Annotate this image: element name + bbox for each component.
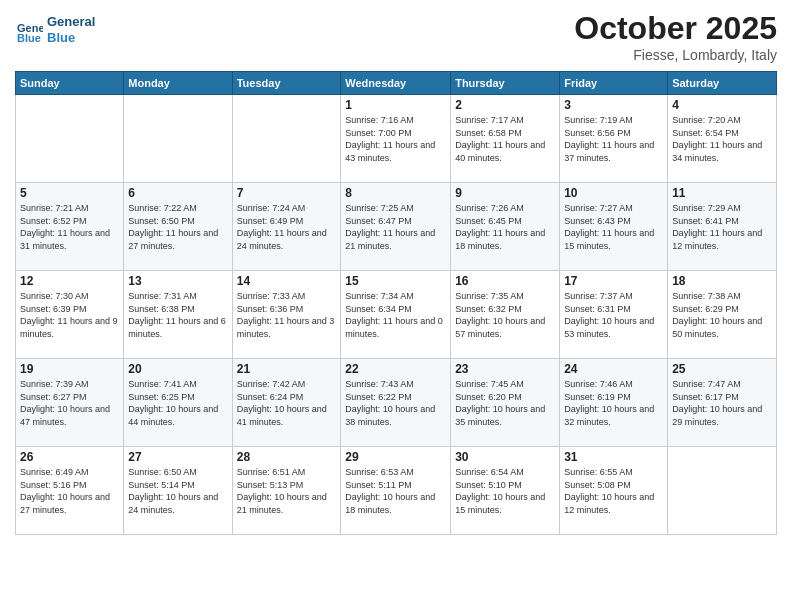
day-number: 16 [455,274,555,288]
table-row: 6Sunrise: 7:22 AM Sunset: 6:50 PM Daylig… [124,183,232,271]
day-number: 23 [455,362,555,376]
day-info: Sunrise: 7:31 AM Sunset: 6:38 PM Dayligh… [128,290,227,340]
day-number: 29 [345,450,446,464]
day-info: Sunrise: 7:25 AM Sunset: 6:47 PM Dayligh… [345,202,446,252]
table-row: 1Sunrise: 7:16 AM Sunset: 7:00 PM Daylig… [341,95,451,183]
title-block: October 2025 Fiesse, Lombardy, Italy [574,10,777,63]
table-row: 29Sunrise: 6:53 AM Sunset: 5:11 PM Dayli… [341,447,451,535]
col-saturday: Saturday [668,72,777,95]
table-row: 4Sunrise: 7:20 AM Sunset: 6:54 PM Daylig… [668,95,777,183]
day-info: Sunrise: 7:45 AM Sunset: 6:20 PM Dayligh… [455,378,555,428]
calendar-table: Sunday Monday Tuesday Wednesday Thursday… [15,71,777,535]
day-info: Sunrise: 6:53 AM Sunset: 5:11 PM Dayligh… [345,466,446,516]
col-friday: Friday [560,72,668,95]
day-info: Sunrise: 7:26 AM Sunset: 6:45 PM Dayligh… [455,202,555,252]
day-info: Sunrise: 6:50 AM Sunset: 5:14 PM Dayligh… [128,466,227,516]
table-row: 7Sunrise: 7:24 AM Sunset: 6:49 PM Daylig… [232,183,341,271]
day-number: 13 [128,274,227,288]
day-number: 8 [345,186,446,200]
col-thursday: Thursday [451,72,560,95]
day-number: 21 [237,362,337,376]
table-row: 10Sunrise: 7:27 AM Sunset: 6:43 PM Dayli… [560,183,668,271]
location-title: Fiesse, Lombardy, Italy [574,47,777,63]
day-info: Sunrise: 7:29 AM Sunset: 6:41 PM Dayligh… [672,202,772,252]
day-number: 17 [564,274,663,288]
day-info: Sunrise: 7:38 AM Sunset: 6:29 PM Dayligh… [672,290,772,340]
day-info: Sunrise: 7:35 AM Sunset: 6:32 PM Dayligh… [455,290,555,340]
col-sunday: Sunday [16,72,124,95]
day-number: 11 [672,186,772,200]
table-row: 24Sunrise: 7:46 AM Sunset: 6:19 PM Dayli… [560,359,668,447]
table-row: 15Sunrise: 7:34 AM Sunset: 6:34 PM Dayli… [341,271,451,359]
table-row: 21Sunrise: 7:42 AM Sunset: 6:24 PM Dayli… [232,359,341,447]
col-monday: Monday [124,72,232,95]
day-number: 24 [564,362,663,376]
table-row: 31Sunrise: 6:55 AM Sunset: 5:08 PM Dayli… [560,447,668,535]
day-number: 12 [20,274,119,288]
table-row: 2Sunrise: 7:17 AM Sunset: 6:58 PM Daylig… [451,95,560,183]
day-number: 14 [237,274,337,288]
day-info: Sunrise: 7:37 AM Sunset: 6:31 PM Dayligh… [564,290,663,340]
table-row: 22Sunrise: 7:43 AM Sunset: 6:22 PM Dayli… [341,359,451,447]
day-info: Sunrise: 7:34 AM Sunset: 6:34 PM Dayligh… [345,290,446,340]
table-row: 5Sunrise: 7:21 AM Sunset: 6:52 PM Daylig… [16,183,124,271]
logo-line1: General [47,14,95,30]
table-row: 9Sunrise: 7:26 AM Sunset: 6:45 PM Daylig… [451,183,560,271]
day-info: Sunrise: 7:22 AM Sunset: 6:50 PM Dayligh… [128,202,227,252]
day-number: 2 [455,98,555,112]
calendar-page: General Blue General Blue October 2025 F… [0,0,792,612]
day-info: Sunrise: 7:24 AM Sunset: 6:49 PM Dayligh… [237,202,337,252]
day-info: Sunrise: 7:41 AM Sunset: 6:25 PM Dayligh… [128,378,227,428]
table-row: 23Sunrise: 7:45 AM Sunset: 6:20 PM Dayli… [451,359,560,447]
calendar-week-row: 12Sunrise: 7:30 AM Sunset: 6:39 PM Dayli… [16,271,777,359]
table-row: 3Sunrise: 7:19 AM Sunset: 6:56 PM Daylig… [560,95,668,183]
day-number: 19 [20,362,119,376]
table-row: 13Sunrise: 7:31 AM Sunset: 6:38 PM Dayli… [124,271,232,359]
table-row: 11Sunrise: 7:29 AM Sunset: 6:41 PM Dayli… [668,183,777,271]
table-row: 19Sunrise: 7:39 AM Sunset: 6:27 PM Dayli… [16,359,124,447]
table-row: 18Sunrise: 7:38 AM Sunset: 6:29 PM Dayli… [668,271,777,359]
day-number: 10 [564,186,663,200]
day-info: Sunrise: 6:54 AM Sunset: 5:10 PM Dayligh… [455,466,555,516]
table-row: 28Sunrise: 6:51 AM Sunset: 5:13 PM Dayli… [232,447,341,535]
day-info: Sunrise: 7:16 AM Sunset: 7:00 PM Dayligh… [345,114,446,164]
day-info: Sunrise: 7:17 AM Sunset: 6:58 PM Dayligh… [455,114,555,164]
day-number: 7 [237,186,337,200]
day-info: Sunrise: 6:49 AM Sunset: 5:16 PM Dayligh… [20,466,119,516]
day-number: 5 [20,186,119,200]
day-number: 27 [128,450,227,464]
day-info: Sunrise: 7:47 AM Sunset: 6:17 PM Dayligh… [672,378,772,428]
day-info: Sunrise: 7:20 AM Sunset: 6:54 PM Dayligh… [672,114,772,164]
table-row: 26Sunrise: 6:49 AM Sunset: 5:16 PM Dayli… [16,447,124,535]
day-info: Sunrise: 7:30 AM Sunset: 6:39 PM Dayligh… [20,290,119,340]
day-number: 25 [672,362,772,376]
table-row: 16Sunrise: 7:35 AM Sunset: 6:32 PM Dayli… [451,271,560,359]
calendar-week-row: 26Sunrise: 6:49 AM Sunset: 5:16 PM Dayli… [16,447,777,535]
logo-icon: General Blue [15,16,43,44]
table-row: 25Sunrise: 7:47 AM Sunset: 6:17 PM Dayli… [668,359,777,447]
day-info: Sunrise: 7:21 AM Sunset: 6:52 PM Dayligh… [20,202,119,252]
table-row: 8Sunrise: 7:25 AM Sunset: 6:47 PM Daylig… [341,183,451,271]
day-info: Sunrise: 7:19 AM Sunset: 6:56 PM Dayligh… [564,114,663,164]
day-number: 4 [672,98,772,112]
table-row [232,95,341,183]
table-row [124,95,232,183]
day-number: 9 [455,186,555,200]
day-number: 30 [455,450,555,464]
day-number: 28 [237,450,337,464]
table-row [668,447,777,535]
day-number: 3 [564,98,663,112]
day-number: 15 [345,274,446,288]
table-row: 17Sunrise: 7:37 AM Sunset: 6:31 PM Dayli… [560,271,668,359]
table-row: 30Sunrise: 6:54 AM Sunset: 5:10 PM Dayli… [451,447,560,535]
day-info: Sunrise: 7:46 AM Sunset: 6:19 PM Dayligh… [564,378,663,428]
day-info: Sunrise: 7:42 AM Sunset: 6:24 PM Dayligh… [237,378,337,428]
col-wednesday: Wednesday [341,72,451,95]
col-tuesday: Tuesday [232,72,341,95]
table-row: 12Sunrise: 7:30 AM Sunset: 6:39 PM Dayli… [16,271,124,359]
day-number: 20 [128,362,227,376]
day-number: 26 [20,450,119,464]
logo-line2: Blue [47,30,95,46]
day-info: Sunrise: 7:33 AM Sunset: 6:36 PM Dayligh… [237,290,337,340]
table-row [16,95,124,183]
